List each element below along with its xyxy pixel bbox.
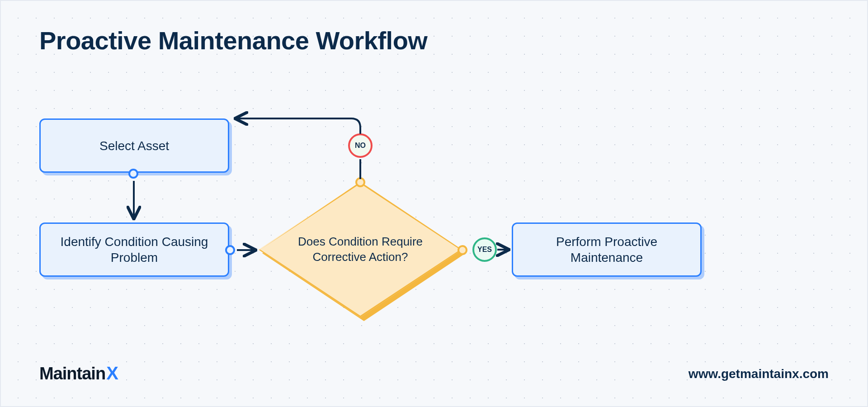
node-decision: Does Condition Require Corrective Action… bbox=[259, 182, 462, 317]
brand-logo: Maintain X bbox=[39, 363, 118, 383]
node-decision-label: Does Condition Require Corrective Action… bbox=[288, 234, 433, 265]
diagram-title: Proactive Maintenance Workflow bbox=[39, 26, 427, 55]
brand-url: www.getmaintainx.com bbox=[689, 367, 829, 381]
node-identify-condition-label: Identify Condition Causing Problem bbox=[54, 234, 214, 265]
brand-suffix: X bbox=[106, 363, 118, 383]
node-select-asset: Select Asset bbox=[39, 118, 229, 173]
node-select-asset-label: Select Asset bbox=[99, 138, 169, 154]
node-perform-maintenance: Perform Proactive Maintenance bbox=[512, 222, 702, 277]
connector-dot-icon bbox=[128, 169, 138, 179]
branch-no-badge: NO bbox=[348, 133, 373, 158]
branch-yes-badge: YES bbox=[472, 237, 497, 262]
connector-dot-icon bbox=[225, 245, 235, 255]
connector-dot-icon bbox=[355, 177, 365, 187]
connector-dot-icon bbox=[458, 245, 467, 255]
branch-yes-label: YES bbox=[477, 246, 492, 254]
arrow-no-to-select bbox=[236, 118, 360, 134]
decision-diamond: Does Condition Require Corrective Action… bbox=[259, 182, 462, 317]
branch-no-label: NO bbox=[355, 142, 366, 150]
brand-name: Maintain bbox=[39, 364, 105, 383]
node-perform-maintenance-label: Perform Proactive Maintenance bbox=[527, 234, 687, 265]
node-identify-condition: Identify Condition Causing Problem bbox=[39, 222, 229, 277]
